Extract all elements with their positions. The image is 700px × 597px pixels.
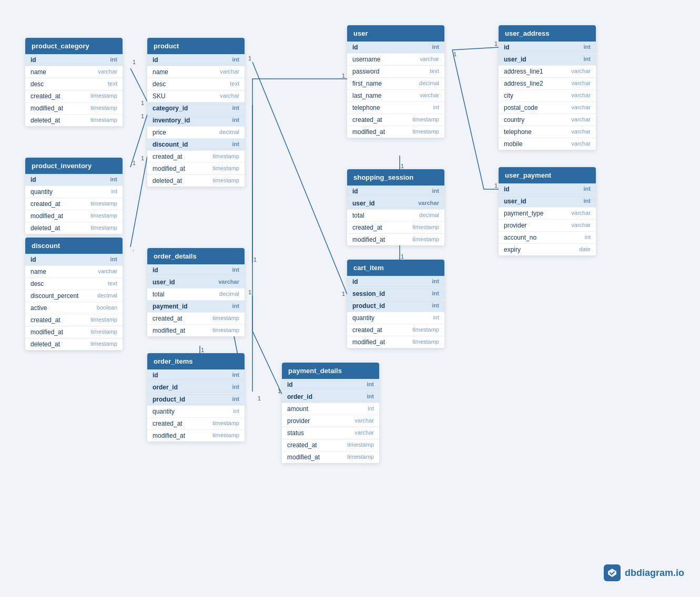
- table-row: first_namedecimal: [347, 78, 444, 90]
- col-type: timestamp: [212, 432, 239, 439]
- col-name: name: [31, 68, 46, 76]
- table-header-user_payment: user_payment: [499, 167, 596, 183]
- table-row: quantityint: [25, 186, 123, 198]
- table-row: discount_percentdecimal: [25, 290, 123, 302]
- col-type: varchar: [354, 429, 374, 437]
- table-discount: discountidintnamevarchardesctextdiscount…: [25, 238, 123, 350]
- col-type: timestamp: [412, 236, 439, 243]
- table-row: user_idint: [499, 54, 596, 66]
- col-type: timestamp: [347, 441, 374, 449]
- col-name: id: [153, 56, 158, 64]
- table-row: idint: [347, 186, 444, 198]
- col-name: modified_at: [287, 454, 320, 461]
- col-type: timestamp: [212, 153, 239, 160]
- svg-line-0: [130, 68, 147, 101]
- svg-text:1: 1: [401, 253, 404, 260]
- col-name: desc: [31, 280, 44, 287]
- col-type: int: [433, 104, 439, 111]
- col-type: int: [367, 381, 374, 388]
- table-header-product_inventory: product_inventory: [25, 158, 123, 174]
- col-name: created_at: [31, 92, 60, 100]
- col-name: modified_at: [153, 165, 185, 172]
- col-name: provider: [287, 417, 310, 425]
- col-name: id: [31, 56, 36, 64]
- col-name: id: [352, 278, 358, 285]
- table-row: user_idint: [499, 195, 596, 208]
- col-name: inventory_id: [153, 117, 190, 124]
- col-name: quantity: [153, 408, 175, 415]
- table-row: amountint: [282, 403, 379, 415]
- table-row: namevarchar: [25, 66, 123, 78]
- col-type: varchar: [218, 279, 239, 286]
- table-body-order_items: idintorder_idintproduct_idintquantityint…: [147, 369, 245, 441]
- col-name: country: [504, 116, 524, 123]
- table-row: modified_attimestamp: [25, 326, 123, 338]
- col-name: created_at: [352, 116, 382, 123]
- table-row: idint: [147, 54, 245, 66]
- col-name: name: [153, 68, 168, 76]
- table-row: user_idvarchar: [347, 198, 444, 210]
- col-name: user_id: [504, 56, 526, 63]
- col-name: last_name: [352, 92, 381, 99]
- table-row: providervarchar: [282, 415, 379, 427]
- table-row: payment_idint: [147, 301, 245, 313]
- col-name: mobile: [504, 140, 522, 148]
- col-type: int: [367, 393, 374, 400]
- col-type: varchar: [571, 80, 591, 87]
- col-type: varchar: [571, 116, 591, 123]
- col-type: int: [232, 105, 239, 112]
- table-row: created_attimestamp: [147, 418, 245, 430]
- table-row: modified_attimestamp: [347, 234, 444, 245]
- col-type: int: [110, 256, 117, 263]
- table-payment_details: payment_detailsidintorder_idintamountint…: [282, 363, 379, 463]
- col-name: user_id: [352, 200, 375, 207]
- table-body-order_details: idintuser_idvarchartotaldecimalpayment_i…: [147, 264, 245, 336]
- col-name: modified_at: [31, 328, 63, 336]
- table-row: created_attimestamp: [25, 90, 123, 102]
- col-type: timestamp: [412, 338, 439, 346]
- table-row: modified_attimestamp: [147, 430, 245, 441]
- table-body-product: idintnamevarchardesctextSKUvarcharcatego…: [147, 54, 245, 187]
- table-row: created_attimestamp: [347, 222, 444, 234]
- table-row: idint: [25, 54, 123, 66]
- table-row: inventory_idint: [147, 115, 245, 127]
- table-row: statusvarchar: [282, 427, 379, 439]
- svg-text:1: 1: [494, 40, 498, 47]
- col-name: session_id: [352, 290, 385, 297]
- col-name: expiry: [504, 246, 521, 253]
- col-type: boolean: [97, 304, 117, 312]
- svg-text:1: 1: [278, 388, 281, 394]
- col-type: int: [584, 198, 591, 205]
- col-name: postal_code: [504, 104, 538, 111]
- col-name: id: [504, 186, 510, 193]
- table-body-user: idintusernamevarcharpasswordtextfirst_na…: [347, 42, 444, 138]
- col-name: id: [153, 372, 158, 379]
- table-row: payment_typevarchar: [499, 208, 596, 220]
- svg-text:1: 1: [494, 182, 498, 189]
- col-type: int: [368, 405, 374, 413]
- col-type: timestamp: [412, 128, 439, 136]
- table-row: deleted_attimestamp: [25, 222, 123, 234]
- col-type: varchar: [220, 68, 239, 76]
- table-row: countryvarchar: [499, 114, 596, 126]
- table-row: deleted_attimestamp: [147, 175, 245, 187]
- col-name: first_name: [352, 80, 382, 87]
- table-row: desctext: [147, 78, 245, 90]
- col-name: deleted_at: [31, 341, 60, 348]
- col-name: id: [31, 176, 36, 183]
- svg-text:1: 1: [401, 163, 404, 169]
- col-type: timestamp: [90, 117, 117, 124]
- col-type: timestamp: [212, 177, 239, 184]
- col-type: int: [432, 44, 439, 51]
- table-row: activeboolean: [25, 302, 123, 314]
- col-name: modified_at: [31, 212, 63, 220]
- table-row: address_line1varchar: [499, 66, 596, 78]
- table-cart_item: cart_itemidintsession_idintproduct_idint…: [347, 260, 444, 348]
- col-name: id: [287, 381, 293, 388]
- col-type: timestamp: [412, 326, 439, 334]
- table-row: telephoneint: [347, 102, 444, 114]
- col-type: timestamp: [212, 327, 239, 334]
- table-row: created_attimestamp: [147, 151, 245, 163]
- table-row: SKUvarchar: [147, 90, 245, 102]
- col-type: varchar: [571, 128, 591, 136]
